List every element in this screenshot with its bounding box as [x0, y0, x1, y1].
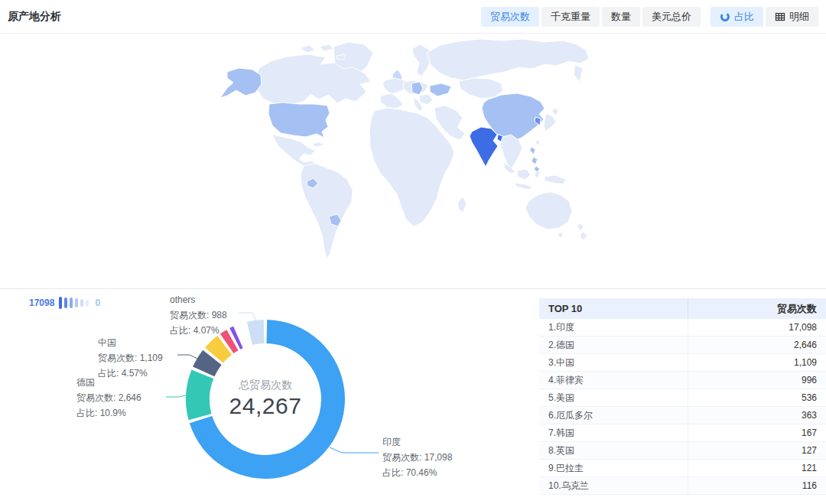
- callout-value: 贸易次数: 988: [170, 307, 227, 323]
- page-title: 原产地分析: [8, 10, 61, 24]
- donut-chart-panel: others 贸易次数: 988 占比: 4.07% 中国 贸易次数: 1,10…: [0, 289, 535, 504]
- table-row: 7.韩国167: [539, 424, 826, 442]
- map-region-japan-north: [552, 108, 558, 115]
- map-region-japan[interactable]: [544, 113, 556, 132]
- callout-line-others: [239, 313, 256, 321]
- table-row: 1.印度17,098: [539, 319, 826, 337]
- donut-callout-china: 中国 贸易次数: 1,109 占比: 4.57%: [98, 335, 163, 381]
- rank-label: 5.美国: [539, 389, 688, 407]
- map-country-ukraine[interactable]: [430, 83, 451, 96]
- rank-label: 3.中国: [539, 354, 688, 372]
- origin-analysis-panel: 原产地分析 贸易次数 千克重量 数量 美元总价 占比: [0, 0, 826, 504]
- map-region-borneo: [517, 169, 531, 180]
- map-region-iberia[interactable]: [380, 93, 403, 109]
- rank-label: 1.印度: [539, 319, 688, 337]
- map-region-sulawesi: [535, 171, 540, 178]
- map-country-india[interactable]: [470, 127, 498, 167]
- rank-label: 4.菲律宾: [539, 372, 688, 389]
- map-region-mexico[interactable]: [272, 135, 316, 168]
- map-region-russia[interactable]: [427, 39, 589, 80]
- rank-value: 121: [688, 460, 826, 477]
- donut-center-label: 总贸易次数 24,267: [212, 379, 319, 419]
- tab-trade-count[interactable]: 贸易次数: [481, 7, 539, 27]
- rank-label: 9.巴拉圭: [539, 460, 688, 477]
- rank-value: 363: [688, 407, 826, 424]
- table-row: 4.菲律宾996: [539, 372, 826, 389]
- table-row: 5.美国536: [539, 389, 826, 407]
- donut-callout-germany: 德国 贸易次数: 2,646 占比: 10.9%: [76, 375, 141, 421]
- rank-label: 7.韩国: [539, 424, 688, 442]
- tab-detail-label: 明细: [789, 7, 809, 27]
- table-row: 3.中国1,109: [539, 354, 826, 372]
- rank-value: 536: [688, 389, 826, 407]
- map-region-cuba: [312, 142, 324, 147]
- callout-line-germany: [166, 395, 186, 397]
- table-header-metric: 贸易次数: [688, 298, 826, 319]
- donut-center-total: 24,267: [212, 393, 319, 419]
- rank-value: 127: [688, 442, 826, 460]
- callout-value: 贸易次数: 17,098: [382, 450, 452, 465]
- tab-detail[interactable]: 明细: [766, 7, 818, 27]
- map-region-kamchatka: [574, 65, 583, 82]
- map-region-australia[interactable]: [525, 192, 572, 229]
- rank-value: 996: [688, 372, 826, 389]
- map-region-arctic-island: [300, 45, 315, 53]
- rank-value: 167: [688, 424, 826, 442]
- map-region-madagascar: [458, 197, 467, 213]
- map-region-taiwan: [535, 140, 540, 145]
- table-row: 10.乌克兰116: [539, 477, 826, 495]
- map-region-alaska[interactable]: [220, 68, 262, 98]
- map-region-south-america[interactable]: [301, 164, 353, 259]
- donut-segment-others[interactable]: [247, 320, 265, 345]
- tab-proportion-label: 占比: [734, 7, 754, 27]
- map-region-new-zealand: [580, 232, 587, 240]
- rank-value: 17,098: [688, 319, 826, 337]
- table-row: 6.厄瓜多尔363: [539, 407, 826, 424]
- tab-kg-weight[interactable]: 千克重量: [541, 7, 600, 27]
- map-region-new-guinea: [545, 175, 566, 184]
- callout-line-china: [177, 355, 197, 359]
- rank-label: 6.厄瓜多尔: [539, 407, 688, 424]
- donut-callout-others: others 贸易次数: 988 占比: 4.07%: [170, 292, 227, 338]
- map-country-philippines[interactable]: [532, 157, 538, 164]
- callout-pct: 占比: 70.46%: [382, 465, 452, 480]
- callout-pct: 占比: 4.07%: [170, 323, 227, 338]
- donut-segment-德国[interactable]: [186, 370, 213, 421]
- callout-line-india: [330, 447, 379, 453]
- callout-name: others: [170, 292, 227, 307]
- table-row: 8.英国127: [539, 442, 826, 460]
- map-region-balkans: [419, 94, 433, 105]
- rank-value: 1,109: [688, 354, 826, 372]
- rank-label: 8.英国: [539, 442, 688, 460]
- map-region-arctic-island: [320, 44, 333, 51]
- tab-proportion[interactable]: 占比: [711, 7, 763, 27]
- callout-value: 贸易次数: 1,109: [98, 350, 163, 366]
- pie-chart-icon: [720, 11, 730, 22]
- table-row: 2.德国2,646: [539, 337, 826, 354]
- map-country-philippines[interactable]: [530, 147, 535, 154]
- map-region-java: [514, 183, 532, 190]
- rank-label: 10.乌克兰: [539, 477, 688, 495]
- tab-quantity[interactable]: 数量: [602, 7, 640, 27]
- map-region-new-zealand: [577, 223, 584, 231]
- map-country-united-states[interactable]: [268, 102, 330, 138]
- donut-center-title: 总贸易次数: [212, 379, 319, 392]
- table-icon: [775, 11, 785, 22]
- callout-pct: 占比: 10.9%: [76, 405, 141, 421]
- rank-value: 116: [688, 477, 826, 495]
- map-region-tasmania: [558, 232, 563, 238]
- rank-label: 2.德国: [539, 337, 688, 354]
- callout-name: 印度: [382, 434, 452, 450]
- table-header-row: TOP 10 贸易次数: [539, 298, 826, 319]
- callout-name: 德国: [76, 375, 141, 390]
- panel-header: 原产地分析 贸易次数 千克重量 数量 美元总价 占比: [0, 0, 826, 34]
- map-region-central-asia[interactable]: [459, 78, 503, 99]
- table-row: 9.巴拉圭121: [539, 460, 826, 477]
- table-header-top10: TOP 10: [539, 298, 688, 319]
- tab-usd-total[interactable]: 美元总价: [642, 7, 701, 27]
- toolbar: 贸易次数 千克重量 数量 美元总价 占比: [479, 7, 818, 27]
- rank-value: 2,646: [688, 337, 826, 354]
- top10-table: TOP 10 贸易次数 1.印度17,098 2.德国2,646 3.中国1,1…: [539, 298, 826, 495]
- callout-value: 贸易次数: 2,646: [76, 390, 141, 405]
- donut-callout-india: 印度 贸易次数: 17,098 占比: 70.46%: [382, 434, 452, 480]
